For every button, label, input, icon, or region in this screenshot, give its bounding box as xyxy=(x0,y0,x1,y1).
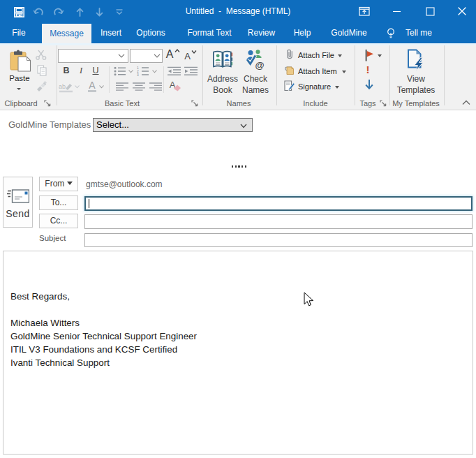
svg-text:@: @ xyxy=(255,60,265,71)
svg-text:ab: ab xyxy=(59,83,66,90)
svg-text:3: 3 xyxy=(137,73,139,76)
